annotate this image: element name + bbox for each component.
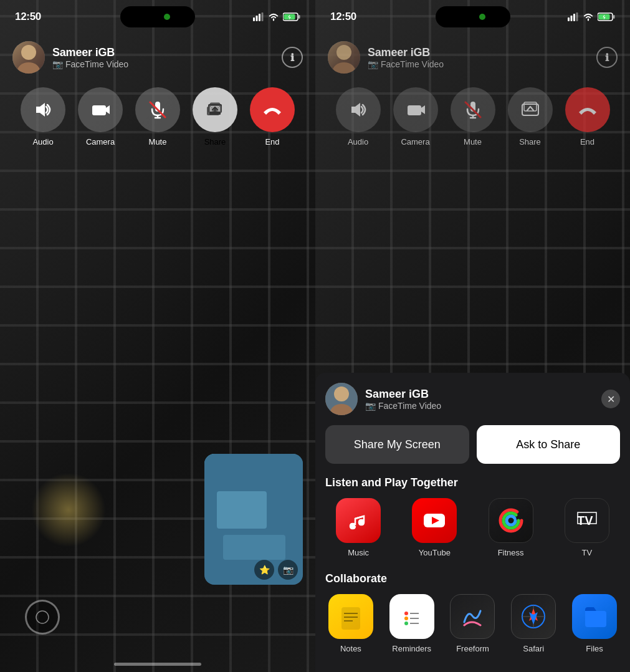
camera-small-icon: 📷 [52, 59, 63, 69]
sheet-camera-icon: 📷 [365, 401, 376, 411]
right-camera-icon [406, 100, 425, 119]
youtube-app-item[interactable]: YouTube [401, 498, 467, 557]
share-sheet-header: Sameer iGB 📷 FaceTime Video ✕ [325, 383, 620, 415]
svg-text:TV: TV [577, 514, 593, 527]
left-camera-flip-button[interactable]: 📷 [278, 560, 298, 580]
notes-app-label: Notes [340, 644, 361, 653]
right-info-button[interactable]: ℹ [596, 47, 618, 68]
right-signal-icon [568, 12, 579, 21]
right-mute-button[interactable]: Mute [451, 87, 495, 146]
left-camera-label: Camera [86, 137, 115, 146]
left-call-type: 📷 FaceTime Video [52, 59, 282, 69]
end-call-icon [263, 100, 282, 119]
left-share-button[interactable]: Share [193, 87, 237, 146]
left-status-bar: 12:50 [0, 0, 315, 34]
safari-app-label: Safari [523, 644, 544, 653]
tv-app-icon: TV [565, 498, 609, 543]
right-audio-button[interactable]: Audio [336, 87, 381, 146]
right-camera-button[interactable]: Camera [393, 87, 438, 146]
music-app-item[interactable]: Music [325, 498, 391, 557]
left-star-button[interactable]: ⭐ [254, 560, 274, 580]
home-icon [35, 610, 50, 625]
right-mute-icon [464, 100, 482, 119]
svg-rect-27 [568, 17, 570, 21]
right-avatar-image [328, 41, 360, 74]
right-end-label: End [580, 137, 594, 146]
right-wifi-icon [583, 12, 594, 21]
listen-section-title: Listen and Play Together [325, 476, 620, 489]
notes-app-item[interactable]: Notes [325, 594, 376, 653]
left-time: 12:50 [15, 11, 41, 23]
left-mute-button[interactable]: Mute [135, 87, 180, 146]
svg-point-61 [404, 612, 408, 615]
share-sheet: Sameer iGB 📷 FaceTime Video ✕ Share My S… [315, 373, 630, 672]
svg-point-49 [359, 520, 364, 525]
reminders-app-item[interactable]: Reminders [386, 594, 437, 653]
music-app-label: Music [348, 548, 369, 557]
right-share-label: Share [519, 137, 541, 146]
left-mute-label: Mute [149, 137, 167, 146]
music-app-icon [336, 498, 381, 543]
left-self-video: ⭐ 📷 [204, 454, 303, 585]
svg-point-65 [404, 622, 408, 625]
left-camera-circle [78, 87, 123, 132]
freeform-app-item[interactable]: Freeform [447, 594, 499, 653]
right-call-header: Sameer iGB 📷 FaceTime Video ℹ [315, 34, 630, 81]
svg-rect-43 [522, 104, 538, 115]
right-share-icon [521, 100, 540, 119]
svg-marker-38 [421, 105, 425, 114]
left-end-button[interactable]: End [250, 87, 295, 146]
right-end-button[interactable]: End [565, 87, 610, 146]
right-status-bar: 12:50 [315, 0, 630, 34]
svg-marker-9 [36, 103, 45, 117]
svg-rect-56 [341, 607, 360, 630]
svg-rect-10 [92, 105, 106, 115]
sheet-avatar-image [325, 383, 358, 415]
right-end-circle [565, 87, 610, 132]
sheet-avatar [325, 383, 358, 415]
right-share-button[interactable]: Share [508, 87, 553, 146]
sheet-info: Sameer iGB 📷 FaceTime Video [365, 388, 601, 411]
left-end-circle [250, 87, 295, 132]
sheet-close-button[interactable]: ✕ [601, 390, 620, 408]
tv-app-item[interactable]: TV TV [554, 498, 620, 557]
fitness-app-item[interactable]: Fitness [478, 498, 544, 557]
collab-apps-grid: Notes Reminders [325, 594, 620, 653]
left-info-button[interactable]: ℹ [282, 47, 303, 68]
right-camera-circle [393, 87, 438, 132]
ask-to-share-button[interactable]: Ask to Share [477, 425, 621, 464]
left-home-button[interactable] [25, 600, 60, 635]
svg-point-63 [404, 617, 408, 620]
files-app-icon [572, 594, 617, 639]
share-my-screen-button[interactable]: Share My Screen [325, 425, 469, 464]
freeform-app-icon [450, 594, 495, 639]
files-app-item[interactable]: Files [569, 594, 620, 653]
youtube-app-icon [412, 498, 457, 543]
right-avatar [328, 41, 360, 74]
right-time: 12:50 [330, 11, 356, 23]
right-camera-icon: 📷 [368, 59, 378, 69]
right-share-circle [508, 87, 553, 132]
right-call-type: 📷 FaceTime Video [368, 59, 596, 69]
svg-rect-3 [262, 12, 264, 21]
left-home-indicator [114, 663, 201, 666]
left-audio-label: Audio [32, 137, 53, 146]
files-app-label: Files [586, 644, 603, 653]
safari-app-item[interactable]: Safari [508, 594, 559, 653]
left-audio-button[interactable]: Audio [21, 87, 65, 146]
svg-rect-0 [253, 17, 255, 21]
left-audio-circle [21, 87, 65, 132]
left-video-overlay: ⭐ 📷 [254, 560, 298, 580]
reminders-app-label: Reminders [392, 644, 431, 653]
listen-apps-grid: Music YouTube [325, 498, 620, 557]
svg-rect-1 [256, 16, 258, 21]
svg-rect-30 [576, 12, 578, 21]
right-controls: Audio Camera [315, 87, 630, 146]
right-call-info: Sameer iGB 📷 FaceTime Video [368, 46, 596, 69]
svg-marker-11 [106, 105, 110, 114]
left-camera-button[interactable]: Camera [78, 87, 123, 146]
svg-point-35 [333, 62, 355, 74]
right-mute-circle [451, 87, 495, 132]
right-audio-icon [349, 100, 368, 119]
tv-app-label: TV [582, 548, 593, 557]
